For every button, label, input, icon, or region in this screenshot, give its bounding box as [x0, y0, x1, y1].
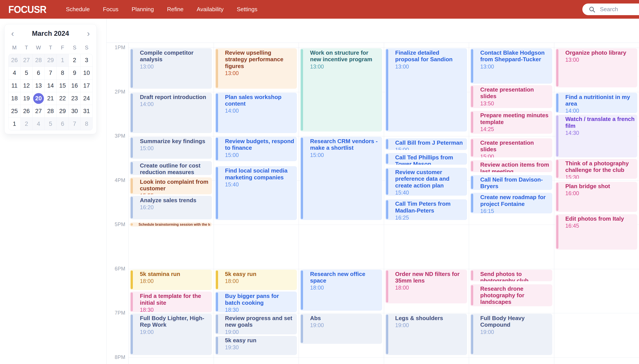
mini-calendar-day[interactable]: 8 — [80, 118, 92, 130]
event-card[interactable]: Call Tim Peters from Madlan-Peters16:25 — [385, 199, 467, 220]
event-card[interactable]: Abs19:00 — [300, 314, 382, 344]
event-card[interactable]: Summarize key findings15:00 — [130, 137, 212, 159]
event-card[interactable]: Send photos to photography club18:00 — [470, 270, 552, 281]
mini-calendar-day[interactable]: 1 — [8, 118, 20, 130]
mini-calendar-day[interactable]: 3 — [80, 54, 92, 66]
event-card[interactable]: Work on structure for new incentive prog… — [300, 48, 382, 132]
mini-calendar-day[interactable]: 8 — [57, 67, 68, 79]
event-card[interactable]: Plan sales workshop content14:00 — [215, 93, 297, 133]
event-card[interactable]: Edit photos from Italy16:45 — [555, 214, 638, 250]
nav-item-availability[interactable]: Availability — [197, 6, 224, 13]
event-card[interactable]: 5k stamina run18:00 — [130, 270, 212, 290]
event-card[interactable]: Review upselling strategy performance fi… — [215, 48, 297, 89]
top-bar: FOCUSR ScheduleFocusPlanningRefineAvaila… — [0, 0, 639, 19]
nav-item-schedule[interactable]: Schedule — [66, 6, 90, 13]
event-card[interactable]: 5k easy run18:00 — [215, 270, 297, 290]
mini-calendar-day[interactable]: 20 — [32, 92, 44, 105]
mini-calendar-day[interactable]: 15 — [57, 80, 68, 92]
mini-calendar-day[interactable]: 5 — [44, 118, 56, 130]
mini-calendar-day[interactable]: 26 — [8, 54, 20, 66]
mini-calendar-day[interactable]: 29 — [57, 105, 68, 118]
event-card[interactable]: Analyze sales trends16:20 — [130, 196, 212, 219]
event-card[interactable]: Watch / translate a french film14:30 — [555, 114, 638, 158]
mini-calendar-day[interactable]: 2 — [21, 118, 32, 130]
mini-calendar-day[interactable]: 9 — [69, 67, 80, 79]
mini-calendar-day[interactable]: 18 — [8, 92, 20, 105]
mini-calendar-day[interactable]: 28 — [44, 105, 56, 118]
event-card[interactable]: Create outline for cost reduction measur… — [130, 161, 212, 175]
mini-calendar-day[interactable]: 7 — [44, 67, 56, 79]
event-card[interactable]: Legs & shoulders19:00 — [385, 314, 467, 355]
event-time: 13:00 — [310, 64, 380, 70]
event-card[interactable]: Find local social media marketing compan… — [215, 166, 297, 220]
mini-calendar-day[interactable]: 2 — [69, 54, 80, 66]
mini-calendar-day[interactable]: 22 — [57, 92, 68, 105]
event-card[interactable]: Create new roadmap for project Fontaine1… — [470, 193, 552, 214]
mini-calendar-day[interactable]: 19 — [21, 92, 32, 105]
mini-calendar-day[interactable]: 11 — [8, 80, 20, 92]
mini-calendar-day[interactable]: 10 — [80, 67, 92, 79]
event-card[interactable]: Research new office space18:00 — [300, 270, 382, 311]
mini-calendar-day[interactable]: 24 — [80, 92, 92, 105]
event-card[interactable]: Call Neil from Davison-Bryers15:50 — [470, 175, 552, 190]
event-card[interactable]: Look into complaint from customer15:55 — [130, 178, 212, 194]
event-card[interactable]: Prepare meeting minutes template14:25 — [470, 111, 552, 134]
event-card[interactable]: Order new ND filters for 35mm lens18:00 — [385, 270, 467, 304]
event-card[interactable]: 5k easy run19:30 — [215, 336, 297, 355]
event-card[interactable]: Call Ted Phillips from Tower Mason15:20 — [385, 153, 467, 165]
event-card[interactable]: Create presentation slides15:00 — [470, 138, 552, 158]
event-card[interactable]: Review progress and set new goals19:00 — [215, 314, 297, 334]
mini-calendar-day[interactable]: 25 — [8, 105, 20, 118]
event-card[interactable]: Plan bridge shot16:00 — [555, 182, 638, 212]
nav-item-refine[interactable]: Refine — [167, 6, 184, 13]
event-card[interactable]: Organize photo library13:00 — [555, 48, 638, 88]
event-card[interactable]: Finalize detailed proposal for Sandion13… — [385, 48, 467, 132]
event-card[interactable]: Review customer preference data and crea… — [385, 168, 467, 196]
mini-calendar-day[interactable]: 21 — [44, 92, 56, 105]
nav-item-planning[interactable]: Planning — [132, 6, 154, 13]
nav-item-focus[interactable]: Focus — [103, 6, 118, 13]
search-input[interactable] — [600, 6, 639, 13]
event-card[interactable]: Research drone photography for landscape… — [470, 284, 552, 306]
next-month-icon[interactable]: › — [86, 30, 91, 37]
mini-calendar-day[interactable]: 1 — [57, 54, 68, 66]
event-card[interactable]: Find a nutritionist in my area14:00 — [555, 93, 638, 113]
event-card[interactable]: Review budgets, respond to finance15:00 — [215, 137, 297, 161]
event-card[interactable]: Contact Blake Hodgson from Sheppard-Tuck… — [470, 48, 552, 84]
nav-item-settings[interactable]: Settings — [237, 6, 257, 13]
mini-calendar-day[interactable]: 16 — [69, 80, 80, 92]
mini-calendar-day[interactable]: 31 — [80, 105, 92, 118]
mini-calendar-day[interactable]: 17 — [80, 80, 92, 92]
event-card[interactable]: Full Body Heavy Compound19:00 — [470, 314, 552, 355]
event-card[interactable]: Find a template for the initial site18:3… — [130, 292, 212, 312]
mini-calendar-day[interactable]: 7 — [69, 118, 80, 130]
search-box[interactable] — [582, 4, 639, 15]
event-card[interactable]: Review action items from last meeting15:… — [470, 160, 552, 172]
event-card[interactable]: Think of a photography challenge for the… — [555, 159, 638, 179]
event-card[interactable]: Research CRM vendors - make a shortlist1… — [300, 137, 382, 220]
event-card[interactable]: Draft report introduction14:00 — [130, 93, 212, 133]
mini-calendar-day[interactable]: 13 — [32, 80, 44, 92]
mini-calendar-day[interactable]: 14 — [44, 80, 56, 92]
mini-calendar-day[interactable]: 27 — [32, 105, 44, 118]
mini-calendar-day[interactable]: 5 — [21, 67, 32, 79]
event-card[interactable]: Buy bigger pans for batch cooking18:30 — [215, 292, 297, 312]
event-card[interactable]: Create presentation slides13:50 — [470, 85, 552, 108]
event-card[interactable]: Call Bill from J Peterman15:00 — [385, 138, 467, 150]
event-title: Think of a photography challenge for the… — [566, 160, 635, 174]
event-card[interactable]: Schedule brainstorming session with the … — [130, 222, 212, 227]
prev-month-icon[interactable]: ‹ — [10, 30, 15, 37]
mini-calendar-day[interactable]: 23 — [69, 92, 80, 105]
event-card[interactable]: Compile competitor analysis13:00 — [130, 48, 212, 89]
mini-calendar-day[interactable]: 12 — [21, 80, 32, 92]
mini-calendar-day[interactable]: 6 — [57, 118, 68, 130]
mini-calendar-day[interactable]: 26 — [21, 105, 32, 118]
event-card[interactable]: Full Body Lighter, High-Rep Work19:00 — [130, 314, 212, 355]
mini-calendar-day[interactable]: 28 — [32, 54, 44, 66]
mini-calendar-day[interactable]: 6 — [32, 67, 44, 79]
mini-calendar-day[interactable]: 4 — [8, 67, 20, 79]
mini-calendar-day[interactable]: 29 — [44, 54, 56, 66]
mini-calendar-day[interactable]: 27 — [21, 54, 32, 66]
mini-calendar-day[interactable]: 4 — [32, 118, 44, 130]
mini-calendar-day[interactable]: 30 — [69, 105, 80, 118]
